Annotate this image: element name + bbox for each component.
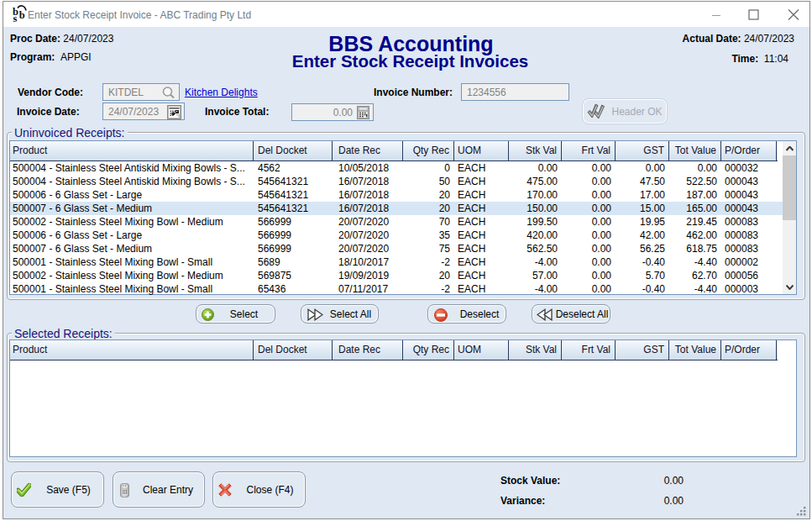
svg-text:s: s [13, 13, 18, 23]
svg-text:b: b [19, 9, 25, 21]
